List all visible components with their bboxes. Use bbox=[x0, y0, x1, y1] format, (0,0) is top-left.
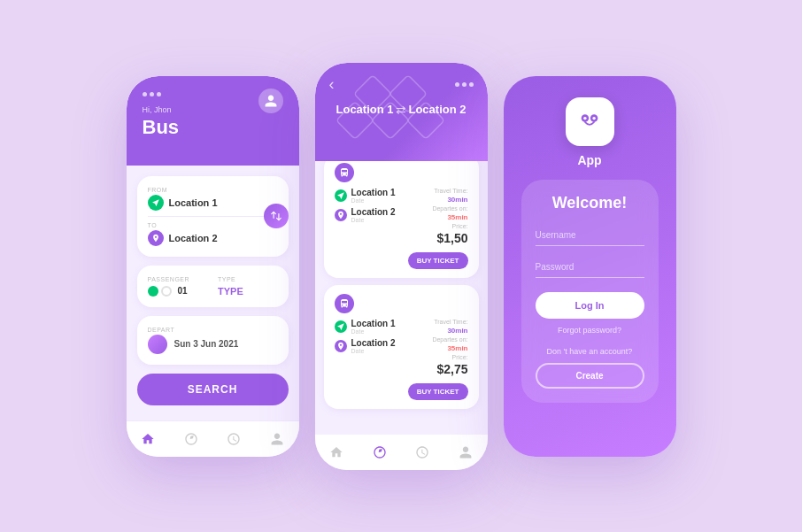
nav2-clock[interactable] bbox=[413, 443, 431, 461]
svg-point-7 bbox=[583, 117, 586, 120]
app-icon bbox=[566, 97, 614, 146]
passenger-type-card: PASSENGER 01 TYPE TYPE bbox=[137, 266, 289, 307]
ticket1-to: Location 2 Date bbox=[335, 207, 396, 223]
login-button[interactable]: Log In bbox=[536, 292, 644, 319]
passenger-count-row: 01 bbox=[148, 286, 208, 297]
passenger-dot-active bbox=[148, 286, 158, 297]
to-icon bbox=[148, 230, 164, 246]
ticket2-info: Travel Time: 30min Departes on: 35min Pr… bbox=[408, 319, 468, 400]
create-account-button[interactable]: Create bbox=[536, 363, 644, 389]
phone2-nav-row: ‹ bbox=[329, 75, 474, 94]
avatar[interactable] bbox=[258, 89, 283, 113]
depart-row: Sun 3 Jun 2021 bbox=[148, 335, 278, 354]
type-label: TYPE bbox=[218, 276, 278, 282]
passenger-section: PASSENGER 01 bbox=[148, 276, 208, 297]
nav2-user[interactable] bbox=[457, 443, 474, 461]
ticket1-from: Location 1 Date bbox=[335, 188, 396, 204]
phone2-header: ‹ Location 1 ⇄ Location 2 bbox=[315, 63, 488, 161]
route-to: Location 2 bbox=[408, 103, 466, 116]
from-label: FROM bbox=[148, 187, 278, 193]
route-arrow-icon: ⇄ bbox=[396, 103, 406, 117]
ticket1-to-info: Location 2 Date bbox=[351, 207, 396, 223]
ticket2-to: Location 2 Date bbox=[335, 338, 396, 354]
svg-point-8 bbox=[592, 117, 595, 120]
to-section: TO Location 2 bbox=[148, 222, 278, 246]
type-section: TYPE TYPE bbox=[218, 276, 278, 297]
phone2-menu bbox=[455, 82, 474, 87]
buy-ticket-btn-2[interactable]: BUY TICKET bbox=[408, 383, 468, 400]
passenger-label: PASSENGER bbox=[148, 276, 208, 282]
back-button[interactable]: ‹ bbox=[329, 75, 335, 94]
ticket-card-1: Location 1 Date Location 2 Date bbox=[324, 154, 479, 278]
swap-button[interactable] bbox=[264, 204, 289, 228]
nav-compass[interactable] bbox=[182, 430, 200, 448]
nav-home[interactable] bbox=[139, 430, 157, 448]
route-header: Location 1 ⇄ Location 2 bbox=[329, 103, 474, 117]
depart-card: DEPART Sun 3 Jun 2021 bbox=[137, 316, 289, 365]
bus-icon-2 bbox=[335, 294, 354, 313]
ticket2-to-icon bbox=[335, 340, 347, 352]
phone1-body: FROM Location 1 TO Locat bbox=[127, 166, 299, 420]
app-logo-svg bbox=[575, 106, 605, 136]
to-location[interactable]: Location 2 bbox=[169, 233, 218, 243]
from-to-card: FROM Location 1 TO Locat bbox=[137, 176, 289, 257]
ticket1-top bbox=[335, 163, 468, 182]
depart-label: DEPART bbox=[148, 327, 278, 333]
page-title: Bus bbox=[143, 116, 283, 139]
nav-user[interactable] bbox=[268, 430, 286, 448]
from-section: FROM Location 1 bbox=[148, 187, 278, 211]
ticket1-to-icon bbox=[335, 209, 347, 221]
phone-login: App Welcome! Log In Forgot password? Don… bbox=[504, 76, 676, 457]
forgot-password-link[interactable]: Forgot password? bbox=[536, 326, 644, 335]
phone2-bottom-nav bbox=[315, 435, 488, 470]
no-account-text: Don 't have an account? bbox=[536, 347, 644, 356]
to-label: TO bbox=[148, 222, 278, 228]
ticket2-to-info: Location 2 Date bbox=[351, 338, 396, 354]
ticket2-top bbox=[335, 294, 468, 313]
buy-ticket-btn-1[interactable]: BUY TICKET bbox=[408, 252, 468, 269]
nav2-compass[interactable] bbox=[371, 443, 389, 461]
welcome-card: Welcome! Log In Forgot password? Don 't … bbox=[521, 180, 659, 403]
route-from: Location 1 bbox=[336, 103, 394, 116]
ticket1-info: Travel Time: 30min Departes on: 35min Pr… bbox=[408, 188, 468, 269]
phone1-bottom-nav bbox=[127, 420, 299, 457]
username-input[interactable] bbox=[536, 225, 644, 246]
password-input[interactable] bbox=[536, 257, 644, 278]
from-icon bbox=[148, 195, 164, 211]
nav-clock[interactable] bbox=[225, 430, 243, 448]
phone2-body: Location 1 Date Location 2 Date bbox=[315, 145, 488, 435]
ticket2-from-info: Location 1 Date bbox=[351, 319, 396, 335]
ticket2-from: Location 1 Date bbox=[335, 319, 396, 335]
passenger-dot-inactive bbox=[161, 286, 172, 297]
phone-bus-booking: Hi, Jhon Bus FROM Location 1 TO bbox=[127, 76, 299, 457]
phone1-menu-dots bbox=[143, 92, 161, 96]
app-name: App bbox=[577, 153, 601, 167]
depart-circle-icon bbox=[148, 335, 167, 354]
ticket1-locations: Location 1 Date Location 2 Date bbox=[335, 188, 396, 223]
nav2-home[interactable] bbox=[328, 443, 345, 461]
from-location[interactable]: Location 1 bbox=[169, 197, 218, 208]
search-button[interactable]: SEARCH bbox=[137, 374, 289, 405]
ticket2-locations: Location 1 Date Location 2 Date bbox=[335, 319, 396, 354]
ticket2-main: Location 1 Date Location 2 Date bbox=[335, 319, 468, 400]
ticket1-from-info: Location 1 Date bbox=[351, 188, 396, 204]
phones-container: Hi, Jhon Bus FROM Location 1 TO bbox=[109, 45, 694, 488]
ticket-card-2: Location 1 Date Location 2 Date bbox=[324, 285, 479, 409]
ticket2-from-icon bbox=[335, 320, 347, 333]
ticket1-main: Location 1 Date Location 2 Date bbox=[335, 188, 468, 269]
from-row: Location 1 bbox=[148, 195, 278, 211]
depart-date[interactable]: Sun 3 Jun 2021 bbox=[174, 339, 239, 349]
bus-icon-1 bbox=[335, 163, 354, 182]
passenger-count: 01 bbox=[178, 286, 188, 296]
phone1-header: Hi, Jhon Bus bbox=[127, 76, 299, 166]
type-value[interactable]: TYPE bbox=[218, 286, 278, 297]
phone-ticket-list: ‹ Location 1 ⇄ Location 2 bbox=[315, 63, 488, 470]
passenger-row: PASSENGER 01 TYPE TYPE bbox=[148, 276, 278, 297]
welcome-title: Welcome! bbox=[536, 194, 644, 212]
ticket1-from-icon bbox=[335, 189, 347, 202]
to-row: Location 2 bbox=[148, 230, 278, 246]
